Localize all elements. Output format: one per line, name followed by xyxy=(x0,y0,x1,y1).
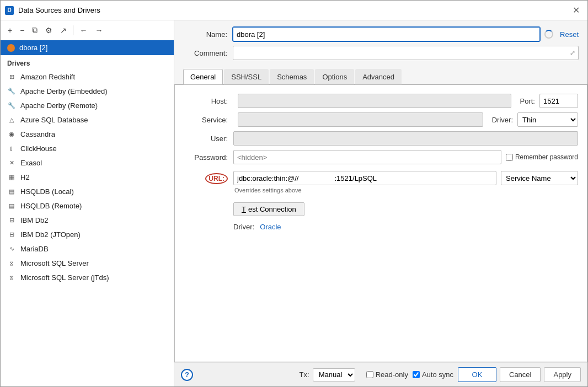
settings-button[interactable]: ⚙ xyxy=(42,24,55,36)
driver-item-clickhouse[interactable]: ⫿ ClickHouse xyxy=(1,141,174,155)
cancel-button[interactable]: Cancel xyxy=(500,367,541,382)
driver-label-azure-sql: Azure SQL Database xyxy=(20,116,88,124)
url-right: Service Name SID TNS Overrides settings … xyxy=(233,171,578,216)
driver-item-amazon-redshift[interactable]: ⊞ Amazon Redshift xyxy=(1,69,174,84)
right-panel: Name: Reset Comment: ⤢ Gener xyxy=(174,20,587,386)
reset-link[interactable]: Reset xyxy=(560,30,579,39)
driver-label-ibm-db2: IBM Db2 xyxy=(20,216,49,224)
url-input[interactable] xyxy=(233,171,496,185)
tab-schemas[interactable]: Schemas xyxy=(270,69,314,84)
driver-label-clickhouse: ClickHouse xyxy=(20,144,57,153)
driver-item-apache-derby-embedded[interactable]: 🔧 Apache Derby (Embedded) xyxy=(1,84,174,98)
export-button[interactable]: ↗ xyxy=(57,24,70,36)
remember-password-label[interactable]: Remember password xyxy=(506,153,578,161)
remember-password-checkbox[interactable] xyxy=(506,154,513,161)
apache-derby-remote-icon: 🔧 xyxy=(7,101,16,110)
service-label: Service: xyxy=(184,116,228,124)
ok-button[interactable]: OK xyxy=(458,367,496,382)
forward-button[interactable]: → xyxy=(92,24,105,36)
comment-label: Comment: xyxy=(183,49,227,57)
title-bar: D Data Sources and Drivers ✕ xyxy=(1,1,587,20)
url-hint: Overrides settings above xyxy=(234,187,578,194)
port-input[interactable] xyxy=(539,94,578,108)
driver-item-exasol[interactable]: ✕ Exasol xyxy=(1,155,174,170)
driver-item-mssql-jtds[interactable]: ⧖ Microsoft SQL Server (jTds) xyxy=(1,270,174,284)
name-input[interactable] xyxy=(233,27,540,41)
test-connection-button[interactable]: Test Connection xyxy=(233,202,304,216)
tx-section: Tx: Manual Auto xyxy=(300,368,355,381)
autosync-checkbox[interactable] xyxy=(413,371,420,378)
driver-item-apache-derby-remote[interactable]: 🔧 Apache Derby (Remote) xyxy=(1,98,174,112)
bottom-bar: ? Tx: Manual Auto Read-only Auto sync xyxy=(174,362,587,386)
readonly-checkbox[interactable] xyxy=(366,371,373,378)
password-row: Password: Remember password xyxy=(184,150,578,164)
spinner-icon xyxy=(544,30,553,39)
add-button[interactable]: + xyxy=(5,24,15,36)
password-label: Password: xyxy=(184,153,228,162)
driver-label-exasol: Exasol xyxy=(20,159,42,167)
url-type-select[interactable]: Service Name SID TNS xyxy=(501,171,578,185)
close-button[interactable]: ✕ xyxy=(569,4,583,17)
url-section: URL: Service Name SID TNS xyxy=(184,171,578,216)
tabs-container: General SSH/SSL Schemas Options Advanced xyxy=(174,69,587,84)
driver-select[interactable]: Thin OCI JDBC xyxy=(517,112,578,127)
driver-item-azure-sql[interactable]: △ Azure SQL Database xyxy=(1,112,174,127)
url-label-wrapper: URL: xyxy=(184,171,228,184)
name-label: Name: xyxy=(183,30,227,39)
expand-icon[interactable]: ⤢ xyxy=(570,49,575,57)
tab-general[interactable]: General xyxy=(183,69,223,84)
back-button[interactable]: ← xyxy=(77,24,90,36)
tx-select[interactable]: Manual Auto xyxy=(313,368,355,381)
driver-label-hsqldb-remote: HSQLDB (Remote) xyxy=(20,202,82,210)
h2-icon: ▦ xyxy=(7,173,16,181)
apache-derby-embedded-icon: 🔧 xyxy=(7,87,16,95)
driver-label-mariadb: MariaDB xyxy=(20,245,49,253)
driver-row-label: Driver: xyxy=(233,223,254,231)
cassandra-icon: ◉ xyxy=(7,130,16,138)
driver-label-ibm-db2-jtopen: IBM Db2 (JTOpen) xyxy=(20,230,81,239)
driver-item-mssql[interactable]: ⧖ Microsoft SQL Server xyxy=(1,256,174,270)
driver-item-hsqldb-local[interactable]: ▤ HSQLDB (Local) xyxy=(1,184,174,198)
tab-sshssl[interactable]: SSH/SSL xyxy=(224,69,269,84)
tab-advanced[interactable]: Advanced xyxy=(355,69,402,84)
apply-button[interactable]: Apply xyxy=(544,367,581,382)
tab-options[interactable]: Options xyxy=(315,69,354,84)
readonly-label[interactable]: Read-only xyxy=(366,370,408,379)
connection-icon xyxy=(7,44,15,52)
driver-item-cassandra[interactable]: ◉ Cassandra xyxy=(1,127,174,141)
url-input-row: Service Name SID TNS xyxy=(233,171,578,185)
driver-item-mariadb[interactable]: ∿ MariaDB xyxy=(1,241,174,256)
tab-content-general: Host: Port: Service: Driver: Thin OCI xyxy=(174,84,587,362)
name-input-wrapper xyxy=(233,27,553,41)
oracle-driver-link[interactable]: Oracle xyxy=(260,223,281,231)
driver-item-ibm-db2[interactable]: ⊟ IBM Db2 xyxy=(1,213,174,227)
password-input[interactable] xyxy=(233,150,501,164)
app-icon: D xyxy=(5,6,14,15)
test-connection-label: est Connection xyxy=(248,205,296,213)
help-button[interactable]: ? xyxy=(181,369,193,381)
remove-button[interactable]: − xyxy=(17,24,27,36)
selected-connection[interactable]: dbora [2] xyxy=(1,40,174,55)
driver-row: Driver: Oracle xyxy=(233,223,578,231)
amazon-redshift-icon: ⊞ xyxy=(7,72,16,81)
clickhouse-icon: ⫿ xyxy=(7,144,16,153)
tab-panel-wrapper: Host: Port: Service: Driver: Thin OCI xyxy=(174,84,587,362)
autosync-label[interactable]: Auto sync xyxy=(413,370,453,379)
bottom-buttons: OK Cancel Apply xyxy=(458,367,581,382)
user-row: User: xyxy=(184,131,578,146)
hsqldb-local-icon: ▤ xyxy=(7,187,16,196)
host-input[interactable] xyxy=(238,94,511,108)
service-input[interactable] xyxy=(238,112,483,127)
host-port-row: Host: Port: xyxy=(184,94,578,108)
port-label: Port: xyxy=(520,97,535,105)
readonly-text: Read-only xyxy=(376,370,408,379)
driver-item-ibm-db2-jtopen[interactable]: ⊟ IBM Db2 (JTOpen) xyxy=(1,227,174,241)
user-input[interactable] xyxy=(233,131,578,146)
copy-button[interactable]: ⧉ xyxy=(29,24,40,36)
mssql-icon: ⧖ xyxy=(7,259,16,267)
mariadb-icon: ∿ xyxy=(7,244,16,253)
sidebar: + − ⧉ ⚙ ↗ ← → dbora [2] Drivers ⊞ Amazon… xyxy=(1,20,174,386)
driver-item-hsqldb-remote[interactable]: ▤ HSQLDB (Remote) xyxy=(1,198,174,213)
driver-item-h2[interactable]: ▦ H2 xyxy=(1,170,174,184)
comment-input[interactable] xyxy=(233,46,579,60)
